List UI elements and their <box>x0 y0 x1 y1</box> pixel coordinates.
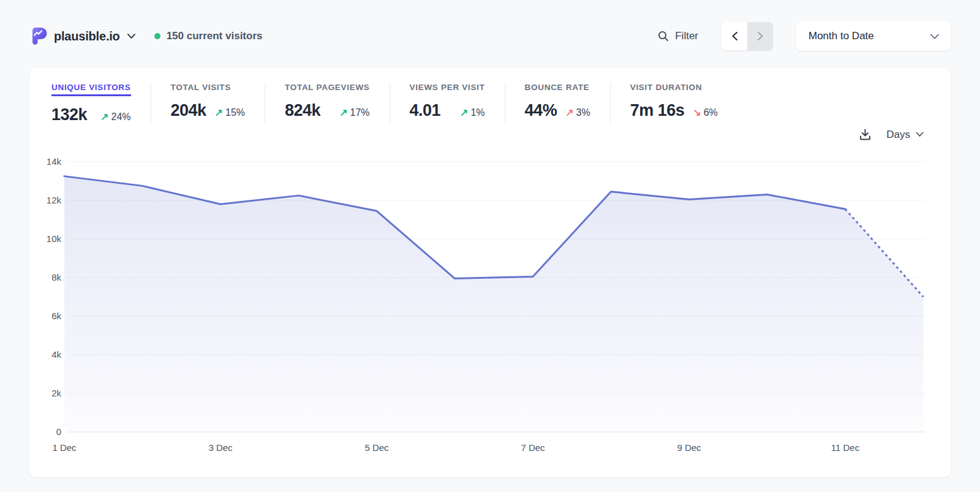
stats-row: UNIQUE VISITORS 132k ↗24% TOTAL VISITS 2… <box>29 67 951 124</box>
trend-up-icon: ↗ <box>215 107 223 118</box>
analytics-card: UNIQUE VISITORS 132k ↗24% TOTAL VISITS 2… <box>29 67 951 477</box>
top-bar-right: Filter Month to Date <box>658 21 951 51</box>
filter-label: Filter <box>675 30 698 42</box>
stat-label: VISIT DURATION <box>630 83 703 92</box>
trend-up-icon: ↗ <box>460 107 468 118</box>
x-axis-tick-label: 3 Dec <box>208 442 233 453</box>
chart-controls: Days <box>859 128 924 141</box>
y-axis-tick-label: 10k <box>47 233 62 244</box>
next-period-button[interactable] <box>747 22 773 50</box>
date-range-label: Month to Date <box>809 30 874 42</box>
top-bar: plausible.io 150 current visitors Filte <box>29 21 951 51</box>
date-range-dropdown[interactable]: Month to Date <box>796 21 951 51</box>
stat-value: 132k <box>51 105 87 124</box>
stat-unique-visitors[interactable]: UNIQUE VISITORS 132k ↗24% <box>51 83 151 124</box>
trend-up-icon: ↗ <box>565 107 573 118</box>
chart-area <box>64 176 924 432</box>
stat-change: 17% <box>350 107 370 118</box>
filter-button[interactable]: Filter <box>658 30 698 42</box>
previous-period-button[interactable] <box>722 22 747 50</box>
x-axis-tick-label: 11 Dec <box>831 442 860 453</box>
site-name: plausible.io <box>54 29 120 44</box>
trend-up-icon: ↗ <box>100 111 108 123</box>
x-axis-tick-label: 1 Dec <box>52 442 77 453</box>
stat-label: BOUNCE RATE <box>525 83 590 92</box>
top-bar-left: plausible.io 150 current visitors <box>29 27 262 45</box>
interval-dropdown[interactable]: Days <box>886 129 924 141</box>
download-icon <box>859 128 872 141</box>
plausible-logo-icon <box>29 27 47 45</box>
stat-value: 204k <box>171 101 206 120</box>
stat-change: 24% <box>111 112 131 123</box>
chevron-left-icon <box>731 31 738 41</box>
x-axis-tick-label: 5 Dec <box>364 442 389 453</box>
stat-value: 44% <box>525 101 557 120</box>
y-axis-tick-label: 4k <box>51 349 61 360</box>
visitors-chart[interactable]: 02k4k6k8k10k12k14k1 Dec3 Dec5 Dec7 Dec9 … <box>29 67 951 477</box>
chevron-down-icon <box>916 132 924 137</box>
x-axis-tick-label: 9 Dec <box>677 442 701 453</box>
chevron-right-icon <box>757 31 764 41</box>
x-axis-tick-label: 7 Dec <box>521 442 545 453</box>
stat-value: 7m 16s <box>630 101 685 120</box>
stat-visit-duration[interactable]: VISIT DURATION 7m 16s ↘6% <box>610 83 737 124</box>
y-axis-tick-label: 14k <box>47 156 62 167</box>
dashboard-page: plausible.io 150 current visitors Filte <box>0 21 980 477</box>
stat-label: UNIQUE VISITORS <box>51 83 131 96</box>
stat-value: 4.01 <box>410 101 441 120</box>
interval-label: Days <box>886 129 910 141</box>
search-icon <box>658 31 669 42</box>
stat-label: VIEWS PER VISIT <box>410 83 485 92</box>
chevron-down-icon <box>930 33 940 40</box>
trend-down-icon: ↘ <box>693 107 701 118</box>
chevron-down-icon <box>127 33 136 39</box>
current-visitors[interactable]: 150 current visitors <box>154 30 263 42</box>
stat-label: TOTAL VISITS <box>171 83 231 92</box>
y-axis-tick-label: 6k <box>51 311 61 321</box>
stat-change: 6% <box>704 107 718 118</box>
stat-value: 824k <box>285 101 320 120</box>
stat-total-pageviews[interactable]: TOTAL PAGEVIEWS 824k ↗17% <box>265 83 390 124</box>
date-nav-arrows <box>722 22 773 50</box>
trend-up-icon: ↗ <box>339 107 347 118</box>
stat-change: 15% <box>225 107 245 118</box>
stat-label: TOTAL PAGEVIEWS <box>285 83 370 92</box>
current-visitors-label: 150 current visitors <box>167 30 263 42</box>
y-axis-tick-label: 12k <box>47 195 62 205</box>
stat-bounce-rate[interactable]: BOUNCE RATE 44% ↗3% <box>505 83 610 124</box>
live-dot-icon <box>154 33 160 39</box>
download-button[interactable] <box>859 128 872 141</box>
stat-change: 3% <box>576 107 590 118</box>
stat-views-per-visit[interactable]: VIEWS PER VISIT 4.01 ↗1% <box>390 83 505 124</box>
stat-change: 1% <box>470 107 484 118</box>
y-axis-tick-label: 8k <box>51 272 61 282</box>
y-axis-tick-label: 0 <box>56 426 61 437</box>
site-picker[interactable]: plausible.io <box>29 27 136 45</box>
y-axis-tick-label: 2k <box>51 388 61 398</box>
stat-total-visits[interactable]: TOTAL VISITS 204k ↗15% <box>151 83 265 124</box>
